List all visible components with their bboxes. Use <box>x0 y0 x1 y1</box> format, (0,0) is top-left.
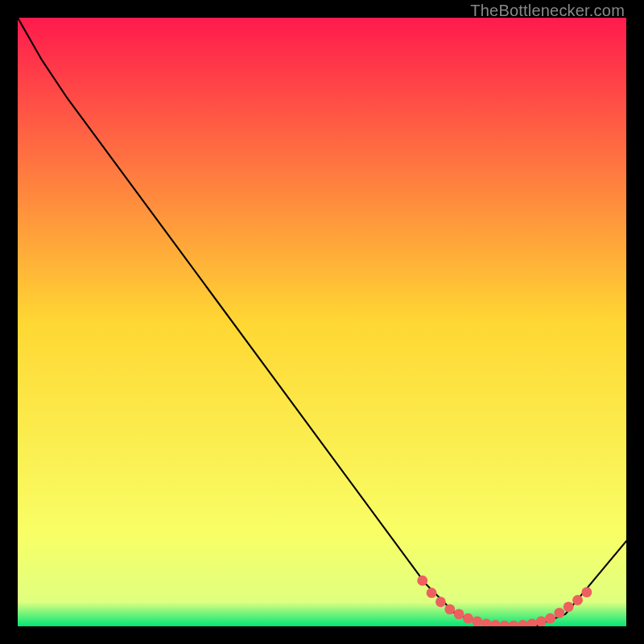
valley-marker-dot <box>472 617 482 626</box>
valley-marker-dot <box>427 588 437 598</box>
valley-marker-dot <box>454 609 464 619</box>
valley-marker-dot <box>499 621 510 626</box>
valley-marker-dot <box>436 597 446 607</box>
valley-marker-dot <box>554 608 564 618</box>
valley-marker-dot <box>526 619 537 626</box>
chart-overlay <box>18 18 626 626</box>
valley-marker-dot <box>536 617 547 626</box>
valley-marker-dots <box>417 576 592 626</box>
valley-marker-dot <box>417 576 427 586</box>
valley-marker-dot <box>518 620 528 626</box>
valley-marker-dot <box>463 613 473 624</box>
valley-marker-dot <box>490 620 501 626</box>
valley-marker-dot <box>481 619 492 626</box>
chart-area <box>18 18 626 626</box>
valley-marker-dot <box>509 621 519 626</box>
valley-marker-dot <box>564 601 574 612</box>
valley-marker-dot <box>572 595 583 605</box>
valley-marker-dot <box>444 604 455 614</box>
bottleneck-curve <box>18 18 626 626</box>
attribution-text: TheBottlenecker.com <box>470 2 625 20</box>
valley-marker-dot <box>581 587 592 597</box>
valley-marker-dot <box>545 613 555 624</box>
